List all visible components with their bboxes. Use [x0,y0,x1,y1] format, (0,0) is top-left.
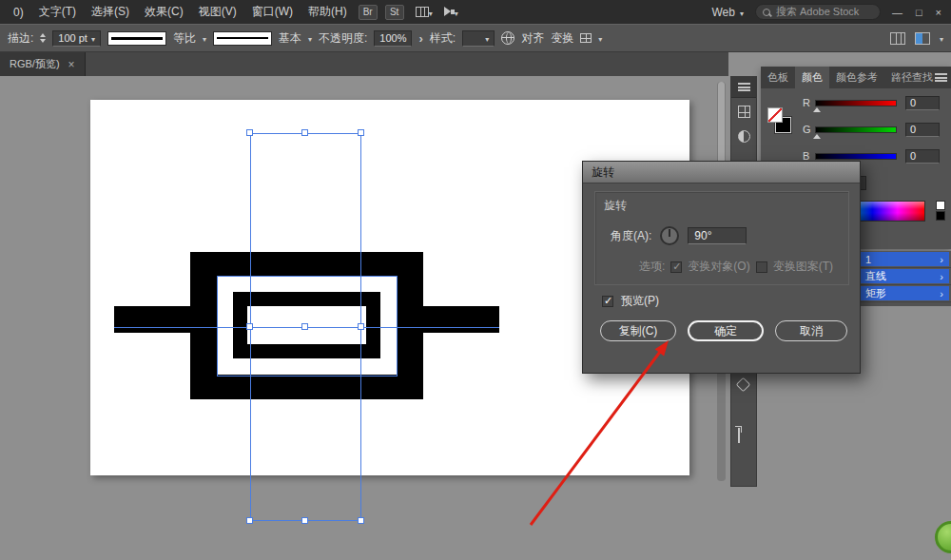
selection-handle[interactable] [301,517,308,524]
transform-object-label: 变换对象(O) [688,259,749,275]
brush-preview[interactable] [213,31,272,46]
opacity-options-chevron[interactable] [418,31,422,46]
stock-button[interactable]: St [385,5,404,20]
chevron-down-icon[interactable] [940,31,943,45]
dialog-title: 旋转 [592,164,614,181]
dialog-titlebar[interactable]: 旋转 [583,162,860,183]
angle-input[interactable] [688,227,747,244]
document-arrange-icon[interactable] [890,32,905,45]
chevron-down-icon [740,6,744,19]
close-button[interactable]: × [936,7,941,18]
publish-icon[interactable] [442,7,455,17]
preview-checkbox[interactable] [602,296,613,307]
tab-pathfinder[interactable]: 路径查找 [884,67,940,88]
tab-color-guide[interactable]: 颜色参考 [829,67,884,88]
preview-row: 预览(P) [602,293,659,309]
swatches-panel-icon[interactable] [738,106,750,118]
selection-handle[interactable] [301,129,308,136]
document-setup-icon[interactable] [501,31,514,45]
stroke-width-select[interactable]: 100 pt [52,30,101,47]
style-select[interactable] [462,30,495,47]
copy-button[interactable]: 复制(C) [600,320,676,341]
red-value-input[interactable]: 0 [905,96,940,110]
workspace-label: Web [711,6,734,19]
window-controls: — □ × [892,7,941,18]
selection-handle[interactable] [358,517,364,524]
transform-button[interactable]: 变换 [551,30,573,47]
red-slider[interactable] [815,100,897,106]
assistant-button[interactable] [935,521,951,553]
object-label: 矩形 [865,286,886,300]
color-panel-icon[interactable] [738,130,750,143]
preview-label: 预览(P) [621,293,659,309]
expand-panels-button[interactable] [731,77,756,98]
object-label: 1 [865,254,871,265]
selected-object[interactable]: 直线 [860,269,949,283]
panel-tab-bar: 色板 颜色 颜色参考 路径查找 [761,67,951,88]
control-bar: 描边: 100 pt 等比 基本 不透明度: 100% 样式: 对齐 变换 [0,24,951,52]
slider-marker-icon[interactable] [813,107,821,112]
stroke-width-value: 100 pt [58,32,87,44]
menu-item-help[interactable]: 帮助(H) [301,4,355,20]
maximize-button[interactable]: □ [916,7,922,18]
stock-search-input[interactable]: 搜索 Adobe Stock [755,4,881,20]
chevron-down-icon[interactable] [429,6,433,19]
workspace-switcher[interactable]: Web [711,6,743,19]
arrange-documents-icon[interactable] [416,7,429,17]
appearance-panel-icon[interactable] [736,377,751,393]
transform-pattern-label: 变换图案(T) [773,259,833,275]
bridge-button[interactable]: Br [359,5,378,20]
selected-object[interactable]: 矩形 [860,286,949,300]
opacity-input[interactable]: 100% [374,30,412,47]
illustrator-app: 0) 文字(T) 选择(S) 效果(C) 视图(V) 窗口(W) 帮助(H) B… [0,0,951,560]
stroke-stepper[interactable] [40,33,46,43]
angle-dial[interactable] [660,226,679,245]
selected-object[interactable]: 1 [860,252,949,266]
selection-handle[interactable] [301,323,308,330]
chevron-down-icon[interactable] [308,31,312,45]
document-tab[interactable]: RGB/预览) × [0,52,86,76]
selection-handle[interactable] [358,323,364,330]
green-slider[interactable] [815,126,897,133]
chevron-down-icon[interactable] [598,31,602,45]
selection-handle[interactable] [246,517,253,524]
workspace-panels-icon[interactable] [915,32,930,45]
search-placeholder: 搜索 Adobe Stock [776,5,859,19]
menu-item-view[interactable]: 视图(V) [191,4,244,20]
white-swatch[interactable] [936,201,945,210]
minimize-button[interactable]: — [892,7,902,18]
ok-button[interactable]: 确定 [688,320,764,341]
black-swatch[interactable] [936,211,945,221]
menu-item-effect[interactable]: 效果(C) [137,4,191,20]
selection-handle[interactable] [358,129,364,136]
blue-value-input[interactable]: 0 [905,149,940,164]
chevron-down-icon[interactable] [455,6,458,19]
selection-handle[interactable] [246,129,253,136]
menu-item-select[interactable]: 选择(S) [84,4,137,20]
toolbar-right [890,31,943,45]
chevron-down-icon[interactable] [203,31,206,45]
menu-item-window[interactable]: 窗口(W) [244,4,301,20]
rotate-dialog: 旋转 旋转 角度(A): 选项: 变换对象(O) 变换图案(T) 预览(P) 复… [582,161,861,374]
slider-marker-icon[interactable] [813,134,821,139]
panel-menu-icon[interactable] [935,73,947,82]
shape-right-lead[interactable] [423,306,499,333]
export-panel-icon[interactable] [738,428,740,443]
green-value-input[interactable]: 0 [905,123,940,137]
fill-none-swatch[interactable] [767,107,783,123]
transform-object-checkbox[interactable] [670,261,682,273]
cancel-button[interactable]: 取消 [775,320,847,341]
tab-close-icon[interactable]: × [68,58,75,71]
selection-handle[interactable] [246,323,253,330]
menubar-right: Web 搜索 Adobe Stock — □ × [711,4,945,20]
blue-slider[interactable] [815,153,897,160]
transform-pattern-checkbox[interactable] [756,261,767,273]
tab-color[interactable]: 颜色 [795,67,829,88]
menu-item-clipped[interactable]: 0) [6,6,31,19]
red-channel-row: R 0 [803,96,947,109]
tab-swatches[interactable]: 色板 [761,67,795,88]
align-button[interactable]: 对齐 [521,30,544,47]
menu-item-type[interactable]: 文字(T) [31,4,84,20]
width-profile-preview[interactable] [107,31,166,46]
shape-left-lead[interactable] [114,306,190,333]
